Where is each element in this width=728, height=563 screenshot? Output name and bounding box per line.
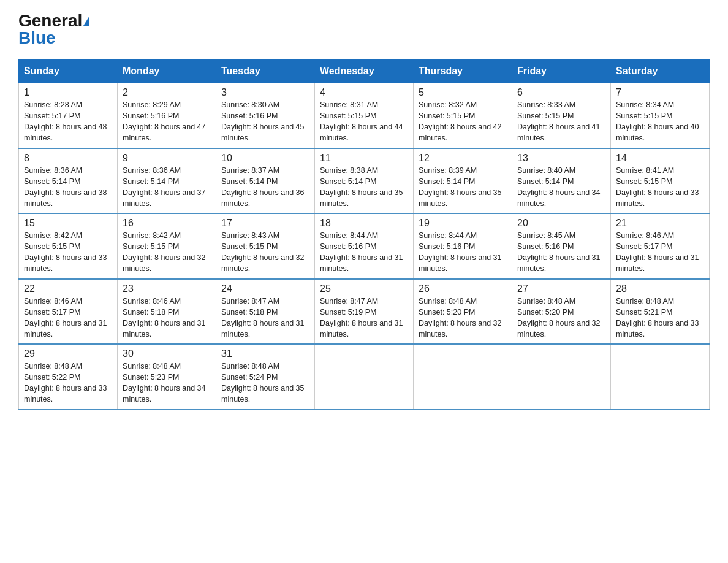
day-info: Sunrise: 8:46 AMSunset: 5:17 PMDaylight:… xyxy=(24,296,112,340)
day-info: Sunrise: 8:28 AMSunset: 5:17 PMDaylight:… xyxy=(24,99,112,144)
calendar-day-cell: 31Sunrise: 8:48 AMSunset: 5:24 PMDayligh… xyxy=(216,344,315,410)
day-number: 31 xyxy=(221,348,309,359)
day-number: 14 xyxy=(616,153,704,164)
day-info: Sunrise: 8:48 AMSunset: 5:20 PMDaylight:… xyxy=(419,296,507,340)
day-info: Sunrise: 8:48 AMSunset: 5:21 PMDaylight:… xyxy=(616,296,704,340)
calendar-day-cell: 14Sunrise: 8:41 AMSunset: 5:15 PMDayligh… xyxy=(611,148,710,214)
calendar-day-cell: 15Sunrise: 8:42 AMSunset: 5:15 PMDayligh… xyxy=(19,213,118,279)
day-info: Sunrise: 8:46 AMSunset: 5:18 PMDaylight:… xyxy=(123,296,211,340)
day-number: 22 xyxy=(24,283,112,294)
day-number: 17 xyxy=(221,218,309,229)
day-number: 16 xyxy=(123,218,211,229)
day-info: Sunrise: 8:29 AMSunset: 5:16 PMDaylight:… xyxy=(123,99,211,144)
calendar-day-cell: 25Sunrise: 8:47 AMSunset: 5:19 PMDayligh… xyxy=(315,279,414,345)
calendar-day-cell: 12Sunrise: 8:39 AMSunset: 5:14 PMDayligh… xyxy=(414,148,512,214)
logo: General Blue xyxy=(18,12,89,47)
day-info: Sunrise: 8:45 AMSunset: 5:16 PMDaylight:… xyxy=(517,230,605,275)
weekday-header-row: SundayMondayTuesdayWednesdayThursdayFrid… xyxy=(19,59,710,83)
day-number: 10 xyxy=(221,153,309,164)
day-number: 27 xyxy=(517,283,605,294)
calendar-day-cell: 18Sunrise: 8:44 AMSunset: 5:16 PMDayligh… xyxy=(315,213,414,279)
calendar-day-cell: 13Sunrise: 8:40 AMSunset: 5:14 PMDayligh… xyxy=(512,148,611,214)
weekday-header-friday: Friday xyxy=(512,59,611,83)
calendar-day-cell: 23Sunrise: 8:46 AMSunset: 5:18 PMDayligh… xyxy=(118,279,216,345)
calendar-day-cell: 17Sunrise: 8:43 AMSunset: 5:15 PMDayligh… xyxy=(216,213,315,279)
day-info: Sunrise: 8:48 AMSunset: 5:20 PMDaylight:… xyxy=(517,296,605,340)
day-number: 21 xyxy=(616,218,704,229)
calendar-body: 1Sunrise: 8:28 AMSunset: 5:17 PMDaylight… xyxy=(19,83,710,410)
day-number: 15 xyxy=(24,218,112,229)
day-info: Sunrise: 8:44 AMSunset: 5:16 PMDaylight:… xyxy=(419,230,507,275)
day-info: Sunrise: 8:47 AMSunset: 5:18 PMDaylight:… xyxy=(221,296,309,340)
page-header: General Blue xyxy=(18,12,710,47)
day-number: 9 xyxy=(123,153,211,164)
calendar-day-cell: 11Sunrise: 8:38 AMSunset: 5:14 PMDayligh… xyxy=(315,148,414,214)
day-info: Sunrise: 8:32 AMSunset: 5:15 PMDaylight:… xyxy=(419,99,507,144)
calendar-day-cell: 10Sunrise: 8:37 AMSunset: 5:14 PMDayligh… xyxy=(216,148,315,214)
calendar-day-cell: 2Sunrise: 8:29 AMSunset: 5:16 PMDaylight… xyxy=(118,83,216,148)
calendar-day-cell xyxy=(611,344,710,410)
calendar-day-cell: 27Sunrise: 8:48 AMSunset: 5:20 PMDayligh… xyxy=(512,279,611,345)
day-number: 1 xyxy=(24,87,112,98)
day-number: 20 xyxy=(517,218,605,229)
calendar-day-cell: 21Sunrise: 8:46 AMSunset: 5:17 PMDayligh… xyxy=(611,213,710,279)
calendar-day-cell: 30Sunrise: 8:48 AMSunset: 5:23 PMDayligh… xyxy=(118,344,216,410)
day-number: 30 xyxy=(123,348,211,359)
day-number: 5 xyxy=(419,87,507,98)
calendar-week-3: 15Sunrise: 8:42 AMSunset: 5:15 PMDayligh… xyxy=(19,213,710,279)
day-info: Sunrise: 8:30 AMSunset: 5:16 PMDaylight:… xyxy=(221,99,309,144)
calendar-day-cell xyxy=(414,344,512,410)
day-number: 23 xyxy=(123,283,211,294)
day-number: 26 xyxy=(419,283,507,294)
weekday-header-saturday: Saturday xyxy=(611,59,710,83)
day-number: 24 xyxy=(221,283,309,294)
day-info: Sunrise: 8:40 AMSunset: 5:14 PMDaylight:… xyxy=(517,165,605,210)
calendar-week-4: 22Sunrise: 8:46 AMSunset: 5:17 PMDayligh… xyxy=(19,279,710,345)
day-number: 8 xyxy=(24,153,112,164)
day-number: 13 xyxy=(517,153,605,164)
day-number: 6 xyxy=(517,87,605,98)
calendar-day-cell: 1Sunrise: 8:28 AMSunset: 5:17 PMDaylight… xyxy=(19,83,118,148)
day-info: Sunrise: 8:36 AMSunset: 5:14 PMDaylight:… xyxy=(24,165,112,210)
day-number: 7 xyxy=(616,87,704,98)
day-info: Sunrise: 8:48 AMSunset: 5:22 PMDaylight:… xyxy=(24,361,112,405)
day-info: Sunrise: 8:34 AMSunset: 5:15 PMDaylight:… xyxy=(616,99,704,144)
weekday-header-monday: Monday xyxy=(118,59,216,83)
weekday-header-thursday: Thursday xyxy=(414,59,512,83)
calendar-day-cell: 8Sunrise: 8:36 AMSunset: 5:14 PMDaylight… xyxy=(19,148,118,214)
day-info: Sunrise: 8:36 AMSunset: 5:14 PMDaylight:… xyxy=(123,165,211,210)
day-info: Sunrise: 8:43 AMSunset: 5:15 PMDaylight:… xyxy=(221,230,309,275)
day-number: 28 xyxy=(616,283,704,294)
day-number: 25 xyxy=(320,283,408,294)
day-info: Sunrise: 8:37 AMSunset: 5:14 PMDaylight:… xyxy=(221,165,309,210)
weekday-header-wednesday: Wednesday xyxy=(315,59,414,83)
day-info: Sunrise: 8:47 AMSunset: 5:19 PMDaylight:… xyxy=(320,296,408,340)
day-info: Sunrise: 8:39 AMSunset: 5:14 PMDaylight:… xyxy=(419,165,507,210)
day-info: Sunrise: 8:31 AMSunset: 5:15 PMDaylight:… xyxy=(320,99,408,144)
day-number: 29 xyxy=(24,348,112,359)
day-number: 19 xyxy=(419,218,507,229)
day-info: Sunrise: 8:48 AMSunset: 5:24 PMDaylight:… xyxy=(221,361,309,405)
calendar-day-cell: 4Sunrise: 8:31 AMSunset: 5:15 PMDaylight… xyxy=(315,83,414,148)
calendar-day-cell xyxy=(315,344,414,410)
day-number: 4 xyxy=(320,87,408,98)
day-number: 3 xyxy=(221,87,309,98)
calendar-day-cell: 19Sunrise: 8:44 AMSunset: 5:16 PMDayligh… xyxy=(414,213,512,279)
calendar-day-cell: 6Sunrise: 8:33 AMSunset: 5:15 PMDaylight… xyxy=(512,83,611,148)
calendar-table: SundayMondayTuesdayWednesdayThursdayFrid… xyxy=(18,59,710,410)
logo-blue-text: Blue xyxy=(18,29,56,47)
calendar-day-cell: 5Sunrise: 8:32 AMSunset: 5:15 PMDaylight… xyxy=(414,83,512,148)
weekday-header-sunday: Sunday xyxy=(19,59,118,83)
day-info: Sunrise: 8:42 AMSunset: 5:15 PMDaylight:… xyxy=(24,230,112,275)
calendar-day-cell: 3Sunrise: 8:30 AMSunset: 5:16 PMDaylight… xyxy=(216,83,315,148)
day-info: Sunrise: 8:44 AMSunset: 5:16 PMDaylight:… xyxy=(320,230,408,275)
day-info: Sunrise: 8:33 AMSunset: 5:15 PMDaylight:… xyxy=(517,99,605,144)
calendar-day-cell: 24Sunrise: 8:47 AMSunset: 5:18 PMDayligh… xyxy=(216,279,315,345)
calendar-day-cell xyxy=(512,344,611,410)
calendar-day-cell: 9Sunrise: 8:36 AMSunset: 5:14 PMDaylight… xyxy=(118,148,216,214)
calendar-day-cell: 22Sunrise: 8:46 AMSunset: 5:17 PMDayligh… xyxy=(19,279,118,345)
day-info: Sunrise: 8:38 AMSunset: 5:14 PMDaylight:… xyxy=(320,165,408,210)
calendar-day-cell: 26Sunrise: 8:48 AMSunset: 5:20 PMDayligh… xyxy=(414,279,512,345)
day-info: Sunrise: 8:41 AMSunset: 5:15 PMDaylight:… xyxy=(616,165,704,210)
calendar-day-cell: 29Sunrise: 8:48 AMSunset: 5:22 PMDayligh… xyxy=(19,344,118,410)
